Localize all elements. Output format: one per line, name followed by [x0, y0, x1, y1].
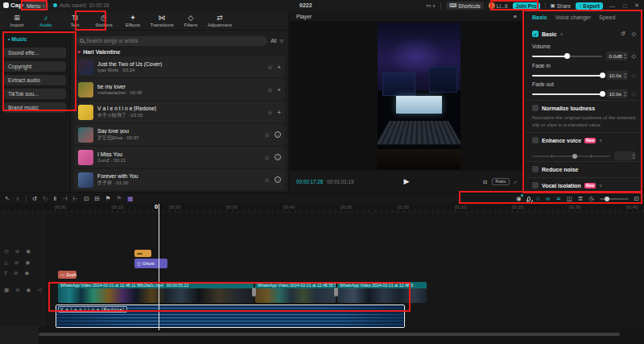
- favorite-icon[interactable]: ☆: [267, 86, 273, 93]
- microphone-icon[interactable]: [527, 197, 530, 201]
- sticker-track-icon[interactable]: △: [4, 259, 8, 266]
- toolbar-item-filters[interactable]: ◇Filters: [176, 15, 205, 27]
- record-cover-icon[interactable]: ▦: [127, 195, 133, 203]
- ghost-sticker-clip[interactable]: ◷Ghost: [134, 259, 167, 268]
- sticker-track-icon[interactable]: ◷: [4, 248, 9, 255]
- volume-value[interactable]: 0.0dB▴▾: [606, 52, 628, 60]
- song-row[interactable]: V a l e n t i n e [Redone]車子小姐飛了 · 03:15…: [74, 102, 285, 122]
- add-icon[interactable]: +: [278, 109, 281, 116]
- normalize-loudness-checkbox[interactable]: [532, 105, 539, 111]
- lock-icon[interactable]: ⊘: [14, 270, 18, 276]
- toolbar-item-transitions[interactable]: ⋈Transitions: [147, 15, 176, 27]
- transition-handle[interactable]: [334, 288, 338, 296]
- favorite-icon[interactable]: ☆: [267, 109, 273, 116]
- reduce-noise-checkbox[interactable]: [532, 166, 539, 172]
- volume-slider[interactable]: [532, 56, 602, 57]
- add-icon[interactable]: +: [278, 86, 281, 93]
- reset-icon[interactable]: ↺: [621, 31, 625, 37]
- favorite-icon[interactable]: ☆: [264, 154, 270, 161]
- join-pro-button[interactable]: Join Pro: [513, 2, 540, 10]
- favorite-icon[interactable]: ☆: [267, 64, 273, 71]
- search-input[interactable]: Search songs or artists: [76, 36, 267, 46]
- zephy-text-clip[interactable]: ▭Zephy: [58, 271, 76, 279]
- enhance-voice-checkbox[interactable]: [532, 137, 539, 143]
- timeline-ruler[interactable]: 00:0000:1000:2000:3000:4000:5001:0001:10…: [0, 204, 644, 213]
- delete-left-icon[interactable]: ⊣: [62, 195, 68, 203]
- download-icon[interactable]: ↓: [275, 131, 281, 138]
- mixer-icon[interactable]: ≣: [578, 195, 583, 203]
- speaker-icon[interactable]: ◁: [37, 287, 41, 293]
- split-icon[interactable]: Ⅱ: [53, 195, 56, 203]
- sidebar-item-extract-audio[interactable]: Extract audio: [4, 75, 66, 85]
- sidebar-item-tiktok-sou-[interactable]: TikTok sou...: [4, 89, 66, 99]
- menu-button[interactable]: Menu∨: [23, 2, 48, 10]
- vocal-isolation-checkbox[interactable]: [532, 182, 539, 189]
- fade-out-value[interactable]: 10.0s▴▾: [606, 89, 628, 98]
- toolbar-item-audio[interactable]: ♪Audio: [31, 15, 60, 27]
- maximize-button[interactable]: □: [621, 3, 628, 9]
- horizontal-scrollbar[interactable]: [39, 333, 620, 336]
- fit-frame-icon[interactable]: ⊡: [483, 179, 487, 184]
- text-track-icon[interactable]: T: [4, 271, 7, 276]
- eye-icon[interactable]: ◉: [25, 259, 30, 266]
- minimize-button[interactable]: —: [608, 3, 617, 9]
- eye-icon[interactable]: ◉: [27, 287, 31, 293]
- enhance-voice-value[interactable]: ▴▾: [614, 151, 636, 160]
- toolbar-item-effects[interactable]: ✦Effects: [118, 15, 147, 27]
- fade-in-slider[interactable]: [532, 75, 602, 77]
- audio-clip-valentine[interactable]: V a l e n t i n e [Redone]: [56, 305, 405, 328]
- keyframe-icon[interactable]: ◇: [632, 31, 636, 37]
- sidebar-item-brand-music[interactable]: Brand music: [4, 102, 66, 113]
- sticker-clip[interactable]: [134, 250, 151, 257]
- marker-icon[interactable]: ⚑: [105, 195, 111, 203]
- transition-handle[interactable]: [252, 288, 256, 296]
- zoom-slider[interactable]: [600, 198, 629, 200]
- delete-icon[interactable]: ⊟: [94, 195, 99, 203]
- lock-icon[interactable]: ⊘: [15, 287, 19, 293]
- song-row[interactable]: be my lovermichaelachel · 00:45☆+: [74, 79, 285, 100]
- eye-icon[interactable]: ◉: [26, 248, 31, 255]
- eye-icon[interactable]: ◉: [24, 270, 29, 276]
- video-clip-3[interactable]: WhatsApp Video 2024-02-21 at 12.48.5: [337, 282, 427, 303]
- favorite-icon[interactable]: ☆: [264, 131, 270, 139]
- display-mode-icon[interactable]: ▭ ∨: [426, 2, 436, 9]
- close-button[interactable]: ✕: [633, 2, 641, 9]
- basic-checkbox[interactable]: ✓: [532, 31, 539, 37]
- song-row[interactable]: I Miss YouGunZ · 00:21☆↓: [74, 147, 285, 168]
- redo-icon[interactable]: ↻: [43, 195, 47, 203]
- playhead[interactable]: [159, 204, 159, 330]
- tab-voice-changer[interactable]: Voice changer: [555, 15, 591, 20]
- toolbar-item-adjustment[interactable]: ⇄Adjustment: [205, 15, 234, 27]
- toolbar-item-text[interactable]: TIText: [60, 15, 89, 27]
- song-row[interactable]: Say love you罗艺恒Elisa · 00:37☆↓: [74, 124, 285, 145]
- magnet-icon[interactable]: ∩: [536, 195, 540, 203]
- song-row[interactable]: Just the Two of Us (Cover)Iyan Rizki · 0…: [74, 56, 285, 77]
- toolbar-item-import[interactable]: ⊞Import: [2, 15, 31, 27]
- user-account[interactable]: Li...ti: [489, 2, 508, 9]
- filter-all-dropdown[interactable]: All: [270, 38, 276, 44]
- sidebar-item-music[interactable]: • Music: [4, 34, 66, 44]
- timer-icon[interactable]: ◷: [588, 195, 594, 203]
- crop-icon[interactable]: ⊡: [84, 195, 89, 203]
- tab-basic[interactable]: Basic: [532, 15, 547, 20]
- video-clip-1[interactable]: WhatsApp Video 2024-02-21 at 12.48.11 f8…: [58, 282, 254, 303]
- download-icon[interactable]: ↓: [275, 154, 281, 160]
- share-button[interactable]: ▣Share: [551, 2, 572, 9]
- ratio-button[interactable]: Ratio: [492, 178, 510, 185]
- sidebar-item-sound-effe-[interactable]: Sound effe...: [4, 48, 66, 58]
- volume-keyframe-icon[interactable]: ◇: [632, 53, 636, 60]
- playhead-handle[interactable]: 0: [155, 203, 158, 210]
- fade-in-value[interactable]: 10.0s▴▾: [606, 71, 628, 80]
- select-tool-icon[interactable]: ↖: [5, 195, 10, 203]
- lock-icon[interactable]: ⊘: [15, 248, 19, 255]
- fullscreen-icon[interactable]: ↕: [513, 178, 518, 184]
- filter-icon[interactable]: ▽: [279, 38, 283, 44]
- enhance-voice-slider[interactable]: [532, 155, 610, 157]
- undo-icon[interactable]: ↺: [32, 195, 37, 203]
- chevron-down-icon[interactable]: ∨: [15, 195, 20, 203]
- voiceover-icon[interactable]: ◉: [516, 195, 522, 203]
- shortcuts-button[interactable]: ⌨Shortcuts: [446, 2, 484, 10]
- play-button[interactable]: ▶: [404, 177, 410, 185]
- tab-speed[interactable]: Speed: [599, 15, 615, 20]
- snap-icon[interactable]: ≍: [555, 195, 560, 203]
